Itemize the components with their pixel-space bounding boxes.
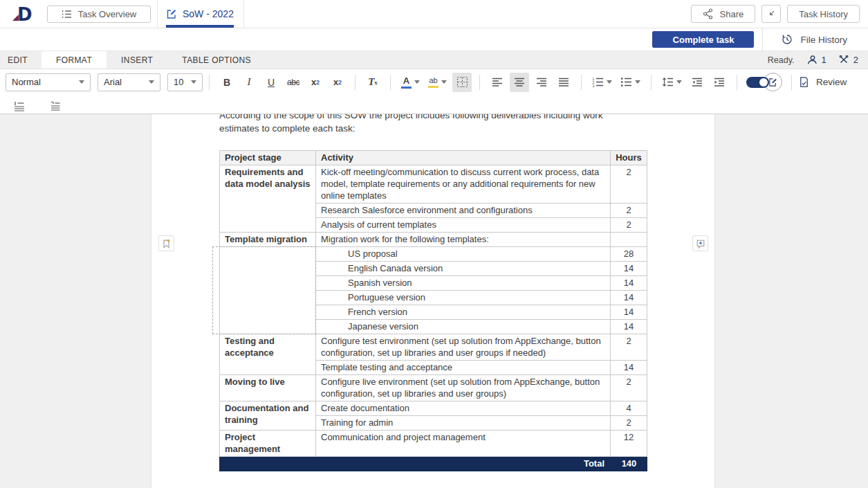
activity-cell[interactable]: Configure test environment (set up solut… [316, 334, 611, 361]
hours-cell[interactable]: 4 [611, 401, 647, 416]
hours-cell[interactable]: 14 [611, 361, 647, 375]
superscript-button[interactable]: x2 [306, 73, 325, 92]
decrease-indent-button[interactable] [687, 73, 707, 92]
add-bookmark-button[interactable] [158, 235, 174, 251]
align-left-button[interactable] [488, 73, 507, 92]
cut-indicator[interactable]: 2 [838, 54, 858, 66]
paragraph-style-value: Normal [12, 77, 41, 87]
stage-cell[interactable]: Template migration [220, 233, 316, 247]
hours-cell[interactable]: 2 [611, 375, 647, 401]
total-label[interactable]: Total [220, 457, 611, 471]
font-family-select[interactable]: Arial [98, 73, 160, 91]
italic-button[interactable]: I [239, 73, 259, 92]
hours-cell[interactable]: 14 [611, 291, 647, 305]
borders-button[interactable] [452, 73, 472, 92]
edit-document-icon [166, 8, 177, 19]
divider [762, 28, 763, 51]
complete-task-button[interactable]: Complete task [652, 31, 754, 48]
stage-cell[interactable]: Project management [220, 431, 316, 457]
activity-cell[interactable]: Training for admin [316, 416, 611, 431]
chevron-down-icon [607, 80, 612, 84]
font-size-select[interactable]: 10 [167, 73, 203, 91]
collapse-window-button[interactable] [761, 5, 781, 23]
bold-button[interactable]: B [217, 73, 237, 92]
stage-cell-selected[interactable] [220, 247, 316, 334]
font-color-button[interactable]: A [398, 73, 423, 92]
activity-cell[interactable]: US proposal [316, 247, 611, 262]
hours-cell[interactable]: 14 [611, 305, 647, 320]
share-button[interactable]: Share [691, 5, 756, 23]
status-area: Ready. 1 2 [768, 51, 858, 69]
subscript-button[interactable]: x2 [328, 73, 347, 92]
activity-cell[interactable]: Create documentation [316, 401, 611, 416]
activity-cell[interactable]: French version [316, 305, 611, 320]
activity-cell[interactable]: Configure live environment (set up solut… [316, 375, 611, 401]
numbered-list-icon: 1 2 3 [592, 77, 604, 87]
document-page[interactable]: According to the scope of this SOW the p… [151, 114, 715, 488]
hours-cell[interactable]: 12 [611, 431, 647, 457]
hours-cell[interactable]: 2 [611, 218, 647, 233]
highlight-icon: ab [428, 77, 438, 88]
justify-button[interactable] [554, 73, 573, 92]
activity-cell[interactable]: Analysis of current templates [316, 218, 611, 233]
menu-item-edit[interactable]: EDIT [0, 51, 41, 69]
file-history-button[interactable]: File History [781, 33, 847, 46]
intro-paragraph[interactable]: According to the scope of this SOW the p… [219, 114, 643, 135]
paragraph-style-select[interactable]: Normal [6, 73, 91, 91]
activity-cell[interactable]: Template testing and acceptance [316, 361, 611, 375]
activity-cell[interactable]: Communication and project management [316, 431, 611, 457]
intro-line1: According to the scope of this SOW the p… [219, 114, 603, 120]
suggest-mode-toggle[interactable] [746, 73, 782, 91]
bullet-list-button[interactable] [618, 73, 643, 92]
activity-cell[interactable]: Spanish version [316, 276, 611, 291]
task-history-button[interactable]: Task History [787, 5, 860, 23]
activity-cell[interactable]: Japanese version [316, 320, 611, 334]
activity-cell[interactable]: Migration work for the following templat… [316, 233, 611, 247]
activity-cell[interactable]: English Canada version [316, 262, 611, 276]
line-spacing-button[interactable] [659, 73, 685, 92]
hours-cell[interactable]: 2 [611, 416, 647, 431]
table-header-row: Project stage Activity Hours [220, 151, 647, 165]
task-overview-button[interactable]: Task Overview [47, 6, 151, 23]
activity-cell[interactable]: Portuguese version [316, 291, 611, 305]
total-value[interactable]: 140 [611, 457, 647, 471]
stage-cell[interactable]: Documentation and training [220, 401, 316, 431]
align-right-button[interactable] [532, 73, 551, 92]
strikethrough-button[interactable]: abc [284, 73, 303, 92]
hours-cell[interactable]: 2 [611, 204, 647, 218]
increase-indent-button[interactable] [710, 73, 729, 92]
align-center-button[interactable] [510, 73, 529, 92]
first-line-indent-button[interactable] [46, 96, 65, 116]
table-row: Template migrationMigration work for the… [220, 233, 647, 247]
spacing-before-button[interactable] [10, 96, 29, 116]
stage-cell[interactable]: Moving to live [220, 375, 316, 401]
menu-item-table-options[interactable]: TABLE OPTIONS [167, 51, 266, 69]
stage-cell[interactable]: Requirements and data model analysis [220, 165, 316, 233]
font-color-label: A [403, 76, 409, 85]
activity-cell[interactable]: Research Salesforce environment and conf… [316, 204, 611, 218]
document-tab[interactable]: SoW - 2022 [157, 0, 244, 28]
numbered-list-button[interactable]: 1 2 3 [589, 73, 615, 92]
menu-item-format[interactable]: FORMAT [41, 51, 107, 69]
add-comment-button[interactable] [692, 235, 708, 251]
stage-cell[interactable]: Testing and acceptance [220, 334, 316, 375]
hours-cell[interactable]: 14 [611, 276, 647, 291]
header-project-stage[interactable]: Project stage [220, 151, 316, 165]
highlight-color-button[interactable]: ab [425, 73, 450, 92]
header-hours[interactable]: Hours [611, 151, 647, 165]
review-check-icon [798, 76, 810, 88]
menu-item-insert[interactable]: INSERT [107, 51, 167, 69]
hours-cell[interactable]: 14 [611, 262, 647, 276]
hours-cell[interactable]: 14 [611, 320, 647, 334]
online-users-indicator[interactable]: 1 [806, 54, 827, 66]
clear-formatting-button[interactable]: Tx [363, 73, 382, 92]
hours-cell[interactable]: 28 [611, 247, 647, 262]
review-button[interactable]: Review [798, 76, 847, 88]
hours-cell[interactable]: 2 [611, 165, 647, 204]
activity-cell[interactable]: Kick-off meeting/communication to discus… [316, 165, 611, 204]
header-activity[interactable]: Activity [316, 151, 611, 165]
hours-cell[interactable] [611, 233, 647, 247]
person-icon [806, 54, 818, 66]
underline-button[interactable]: U [261, 73, 281, 92]
hours-cell[interactable]: 2 [611, 334, 647, 361]
